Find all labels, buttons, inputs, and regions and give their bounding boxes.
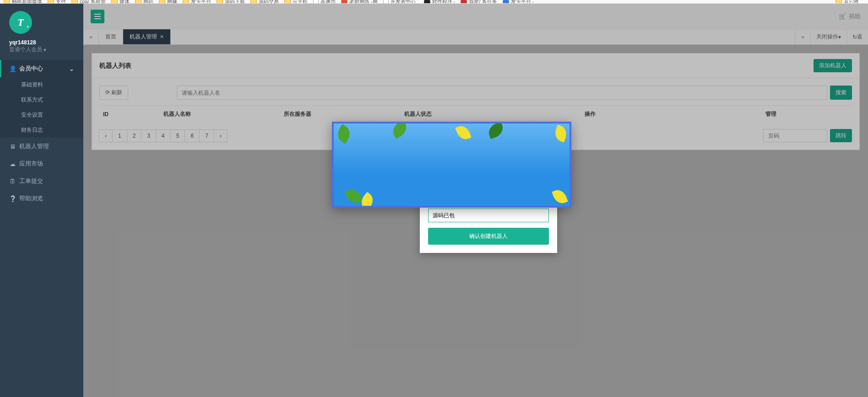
sidebar-item-ticket[interactable]: 🗓工单提交 — [0, 172, 83, 190]
sidebar: T yqr148128 普通个人会员▾ 👤会员中心⌄ 基础资料 联系方式 安全设… — [0, 4, 83, 397]
bookmark-item[interactable]: 开发者中心_ — [383, 0, 418, 4]
bookmarks-bar: 触电新闻媒体 支付 cpa/ 客联盟 媒体 网站 网赚 发卡平台 源码下载 源码… — [0, 0, 868, 4]
chevron-down-icon: ▾ — [43, 47, 46, 53]
create-robot-modal: 确认创建机器人 — [420, 200, 557, 253]
monitor-icon: 🖥 — [9, 143, 16, 150]
sidebar-item-help[interactable]: ❔帮助浏览 — [0, 190, 83, 207]
user-icon: 👤 — [9, 65, 16, 72]
sidebar-item-member[interactable]: 👤会员中心⌄ — [0, 60, 83, 77]
bookmark-item[interactable]: 网赚 — [159, 0, 177, 4]
help-icon: ❔ — [9, 195, 16, 202]
user-role[interactable]: 普通个人会员▾ — [9, 46, 74, 54]
subnav-security[interactable]: 安全设置 — [0, 107, 83, 123]
bookmark-item[interactable]: 我爱/ 客任务 — [461, 0, 497, 4]
bookmark-item[interactable]: 高通币 — [313, 0, 336, 4]
bookmark-item[interactable]: 网站 — [135, 0, 153, 4]
bookmark-item[interactable]: 云主机 — [284, 0, 308, 4]
bookmark-item[interactable]: 老财网络 -网 — [341, 0, 378, 4]
bookmark-item[interactable]: 媒体 — [111, 0, 130, 4]
bookmark-item[interactable]: 支付 — [48, 0, 66, 4]
cloud-icon: ☁ — [9, 161, 16, 167]
bookmark-item[interactable]: 其它收 — [835, 0, 859, 4]
avatar[interactable]: T — [9, 11, 32, 34]
subnav-profile[interactable]: 基础资料 — [0, 77, 83, 92]
bookmark-item[interactable]: 发卡平台 — [183, 0, 211, 4]
bookmark-item[interactable]: 软件程序 - — [424, 0, 456, 4]
main: 🛒 捐助 « 首页 机器人管理✕ » 关闭操作 ▾ ↻ 返 机器人列表 添加机器… — [83, 4, 868, 397]
sidebar-item-market[interactable]: ☁应用市场 — [0, 155, 83, 172]
subnav-finance[interactable]: 财务日志 — [0, 123, 83, 138]
code-input[interactable] — [428, 209, 549, 222]
username: yqr148128 — [9, 39, 74, 46]
bookmark-item[interactable]: 源码交易 — [250, 0, 279, 4]
confirm-create-button[interactable]: 确认创建机器人 — [428, 228, 549, 245]
overlay-banner — [332, 122, 571, 208]
bookmark-item[interactable]: 发卡平台 - — [503, 0, 534, 4]
subnav-contact[interactable]: 联系方式 — [0, 92, 83, 107]
user-box: T yqr148128 普通个人会员▾ — [0, 4, 83, 58]
calendar-icon: 🗓 — [9, 178, 16, 185]
bookmark-item[interactable]: 源码下载 — [217, 0, 245, 4]
bookmark-item[interactable]: cpa/ 客联盟 — [71, 0, 106, 4]
bookmark-item[interactable]: 触电新闻媒体 — [4, 0, 42, 4]
sidebar-item-bots[interactable]: 🖥机器人管理 — [0, 138, 83, 155]
chevron-down-icon: ⌄ — [69, 65, 74, 72]
